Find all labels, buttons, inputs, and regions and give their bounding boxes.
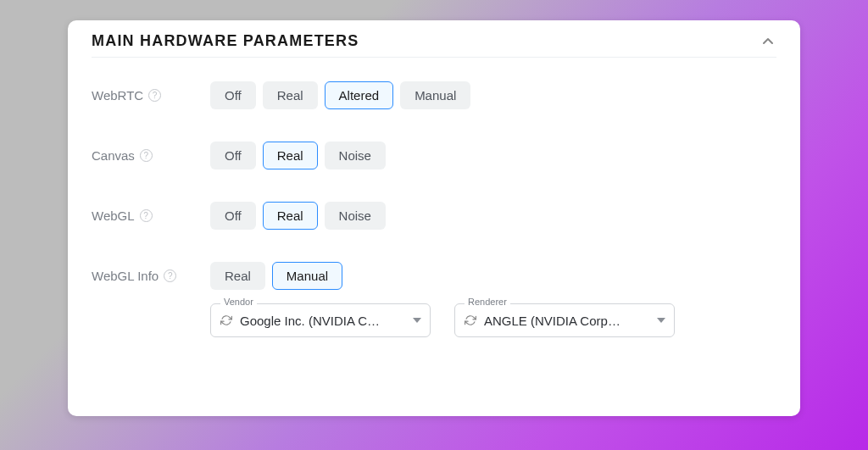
seg-group-canvas: Off Real Noise	[210, 142, 386, 169]
help-icon[interactable]: ?	[140, 209, 153, 222]
label-webglinfo: WebGL Info ?	[92, 269, 210, 283]
row-canvas: Canvas ? Off Real Noise	[92, 142, 776, 169]
seg-canvas-noise[interactable]: Noise	[325, 142, 386, 169]
seg-canvas-off[interactable]: Off	[210, 142, 256, 169]
refresh-icon[interactable]	[464, 314, 477, 327]
seg-webgl-noise[interactable]: Noise	[325, 202, 386, 230]
seg-webrtc-off[interactable]: Off	[210, 81, 256, 109]
field-label-renderer: Renderer	[465, 297, 510, 307]
label-webrtc: WebRTC ?	[92, 88, 210, 103]
seg-webrtc-altered[interactable]: Altered	[325, 81, 394, 109]
field-label-vendor: Vendor	[220, 297, 257, 307]
row-webglinfo: WebGL Info ? Real Manual	[92, 262, 776, 290]
seg-webglinfo-manual[interactable]: Manual	[272, 262, 342, 290]
seg-webrtc-manual[interactable]: Manual	[400, 81, 470, 109]
chevron-down-icon	[413, 318, 421, 323]
refresh-icon[interactable]	[220, 314, 233, 327]
card-title: MAIN HARDWARE PARAMETERS	[92, 32, 359, 50]
help-icon[interactable]: ?	[140, 149, 153, 162]
label-webgl: WebGL ?	[92, 208, 210, 223]
seg-group-webrtc: Off Real Altered Manual	[210, 81, 470, 109]
select-vendor[interactable]: Google Inc. (NVIDIA C…	[210, 303, 431, 337]
chevron-up-icon	[761, 35, 775, 48]
select-text-vendor: Google Inc. (NVIDIA C…	[240, 314, 406, 328]
hardware-params-card: MAIN HARDWARE PARAMETERS WebRTC ? Off Re…	[68, 20, 800, 416]
label-text-webglinfo: WebGL Info	[92, 269, 159, 283]
label-text-webrtc: WebRTC	[92, 88, 143, 103]
seg-webgl-off[interactable]: Off	[210, 202, 256, 230]
row-webgl: WebGL ? Off Real Noise	[92, 202, 776, 230]
field-vendor: Vendor Google Inc. (NVIDIA C…	[210, 303, 431, 337]
seg-webglinfo-real[interactable]: Real	[210, 262, 265, 290]
seg-webrtc-real[interactable]: Real	[263, 81, 318, 109]
collapse-toggle[interactable]	[760, 33, 776, 50]
row-webrtc: WebRTC ? Off Real Altered Manual	[92, 81, 776, 109]
chevron-down-icon	[657, 318, 665, 323]
seg-webgl-real[interactable]: Real	[263, 202, 318, 230]
help-icon[interactable]: ?	[164, 269, 176, 282]
label-text-canvas: Canvas	[92, 148, 135, 163]
webglinfo-fields: Vendor Google Inc. (NVIDIA C… Renderer A…	[210, 303, 776, 337]
help-icon[interactable]: ?	[148, 89, 161, 102]
field-renderer: Renderer ANGLE (NVIDIA Corp…	[454, 303, 675, 337]
label-text-webgl: WebGL	[92, 208, 135, 223]
card-header: MAIN HARDWARE PARAMETERS	[92, 32, 776, 58]
select-text-renderer: ANGLE (NVIDIA Corp…	[484, 314, 650, 328]
seg-group-webglinfo: Real Manual	[210, 262, 342, 290]
label-canvas: Canvas ?	[92, 148, 210, 163]
seg-group-webgl: Off Real Noise	[210, 202, 386, 230]
seg-canvas-real[interactable]: Real	[263, 142, 318, 169]
select-renderer[interactable]: ANGLE (NVIDIA Corp…	[454, 303, 675, 337]
